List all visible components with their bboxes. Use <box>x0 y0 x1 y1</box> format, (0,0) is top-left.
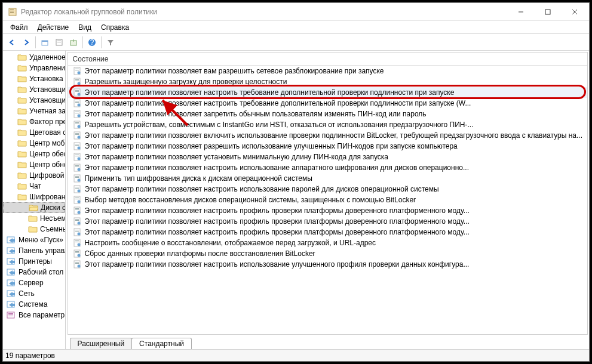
policy-list[interactable]: Этот параметр политики позволяет вам раз… <box>68 66 587 270</box>
svg-text:?: ? <box>90 38 94 47</box>
menu-help[interactable]: Справка <box>96 22 134 33</box>
tree-item[interactable]: Съемные носители с данными <box>3 224 65 235</box>
tree-item[interactable]: Меню «Пуск» и панель задач <box>3 235 65 245</box>
tree-item[interactable]: Принтеры <box>3 256 65 267</box>
tree-item-label: Принтеры <box>19 257 52 266</box>
policy-item[interactable]: Этот параметр политики позволяет настрои… <box>68 259 587 270</box>
status-text: 19 параметров <box>5 351 55 360</box>
tree-item[interactable]: Установка нажатием <box>3 73 65 84</box>
svg-rect-81 <box>75 209 79 210</box>
tree-item[interactable]: Управление цифровыми правами Windo <box>3 63 65 73</box>
tree-item[interactable]: Диски операционной системы <box>3 202 65 213</box>
titlebar[interactable]: Редактор локальной групповой политики <box>3 3 589 21</box>
tree-item[interactable]: Сеть <box>3 288 65 299</box>
svg-rect-26 <box>8 316 13 316</box>
svg-rect-68 <box>75 176 79 177</box>
tree-item[interactable]: Цветовая система Windows Color System <box>3 127 65 138</box>
policy-item[interactable]: Этот параметр политики позволяет настрои… <box>68 205 587 216</box>
policy-icon <box>73 131 82 140</box>
menu-view[interactable]: Вид <box>73 22 96 33</box>
svg-point-38 <box>77 93 80 96</box>
tree-item-label: Фактор предварительной проверки подл <box>29 118 66 126</box>
policy-icon <box>73 78 82 86</box>
maximize-button[interactable] <box>534 3 561 20</box>
svg-rect-60 <box>75 155 79 155</box>
svg-rect-24 <box>8 313 13 314</box>
folder-icon <box>17 182 27 190</box>
folder-icon <box>28 214 38 223</box>
properties-button[interactable] <box>53 36 66 49</box>
minimize-button[interactable] <box>507 3 534 20</box>
settings-icon <box>7 311 16 319</box>
svg-rect-32 <box>75 79 79 80</box>
tree-item[interactable]: Установщик Windows <box>3 84 65 95</box>
refresh-button[interactable] <box>67 36 80 49</box>
tree-item-label: Все параметры <box>19 311 66 319</box>
policy-item[interactable]: Разрешить защищенную загрузку для провер… <box>68 76 587 87</box>
tree-panel[interactable]: Удаленное управление WindowsУправление ц… <box>3 51 66 349</box>
tree-item-label: Установщик классических приложений <box>29 96 66 104</box>
tree-item[interactable]: Несъемные диски с данными <box>3 213 65 224</box>
policy-item[interactable]: Этот параметр политики позволяет вам раз… <box>68 66 587 76</box>
tree-item[interactable]: Чат <box>3 181 65 192</box>
up-button[interactable] <box>38 36 51 49</box>
policy-item[interactable]: Этот параметр политики позволяет настрои… <box>68 227 587 237</box>
tree-item-label: Диски операционной системы <box>41 203 66 212</box>
policy-item[interactable]: Этот параметр политики позволяет разреши… <box>68 141 587 152</box>
tree-item[interactable]: Фактор предварительной проверки подл <box>3 116 65 127</box>
policy-label: Сброс данных проверки платформы после во… <box>85 249 315 258</box>
policy-item[interactable]: Этот параметр политики позволяет запрети… <box>68 109 587 119</box>
tree-item[interactable]: Учетная запись Майкрософт <box>3 106 65 116</box>
svg-rect-12 <box>57 42 61 42</box>
tree-item[interactable]: Цифровой ящик <box>3 170 65 181</box>
svg-rect-2 <box>10 11 14 11</box>
policy-item[interactable]: Этот параметр политики позволяет установ… <box>68 152 587 162</box>
menu-action[interactable]: Действие <box>33 22 74 33</box>
svg-point-42 <box>77 104 80 107</box>
tree-item[interactable]: Удаленное управление Windows <box>3 52 65 63</box>
tree-item[interactable]: Центр обеспечения безопасности <box>3 149 65 159</box>
tree-item[interactable]: Панель управления <box>3 245 65 256</box>
policy-item[interactable]: Выбор методов восстановления дисков опер… <box>68 195 587 205</box>
policy-item[interactable]: Этот параметр политики позволяет настрои… <box>68 162 587 173</box>
list-wrapper: Состояние Этот параметр политики позволя… <box>68 52 588 335</box>
policy-item[interactable]: Настроить сообщение о восстановлении, от… <box>68 237 587 248</box>
tabs-bar: Расширенный Стандартный <box>66 336 589 349</box>
tree-item-label: Несъемные диски с данными <box>40 214 66 223</box>
policy-item[interactable]: Этот параметр политики позволяет настрои… <box>68 98 587 109</box>
policy-label: Этот параметр политики позволяет настрои… <box>85 88 455 97</box>
tree-item[interactable]: Все параметры <box>3 310 65 320</box>
folder-icon <box>17 75 27 83</box>
tree-item[interactable]: Рабочий стол <box>3 267 65 277</box>
policy-item[interactable]: Этот параметр политики позволяет настрои… <box>68 216 587 227</box>
toolbar-separator <box>101 36 102 48</box>
tree-item[interactable]: Центр обновления Windows <box>3 159 65 170</box>
svg-point-78 <box>77 200 80 203</box>
close-button[interactable] <box>561 3 588 20</box>
filter-button[interactable] <box>104 36 117 49</box>
forward-button[interactable] <box>20 36 33 49</box>
policy-icon <box>73 260 82 269</box>
policy-item[interactable]: Этот параметр политики позволяет настрои… <box>68 87 587 98</box>
tab-standard[interactable]: Стандартный <box>131 338 192 349</box>
folder-icon <box>17 150 27 158</box>
tree-item[interactable]: Центр мобильности Windows <box>3 138 65 149</box>
tab-extended[interactable]: Расширенный <box>70 338 133 349</box>
menu-file[interactable]: Файл <box>5 22 33 33</box>
policy-item[interactable]: Применить тип шифрования диска к дискам … <box>68 173 587 184</box>
svg-rect-89 <box>75 231 79 232</box>
help-button[interactable]: ? <box>85 36 99 49</box>
policy-item[interactable]: Разрешить устройствам, совместимым с Ins… <box>68 119 587 130</box>
tree-item[interactable]: Система <box>3 299 65 310</box>
tree-item[interactable]: Сервер <box>3 277 65 288</box>
policy-item[interactable]: Сброс данных проверки платформы после во… <box>68 248 587 259</box>
tree-item[interactable]: Шифрование диска BitLocker <box>3 192 65 202</box>
tree-item-label: Учетная запись Майкрософт <box>29 107 66 115</box>
policy-icon <box>73 121 82 129</box>
list-header[interactable]: Состояние <box>68 53 587 66</box>
policy-item[interactable]: Этот параметр политики позволяет включит… <box>68 130 587 141</box>
back-button[interactable] <box>5 36 19 49</box>
tree-item[interactable]: Установщик классических приложений <box>3 95 65 106</box>
menubar: Файл Действие Вид Справка <box>3 21 589 34</box>
policy-item[interactable]: Этот параметр политики позволяет настрои… <box>68 184 587 195</box>
